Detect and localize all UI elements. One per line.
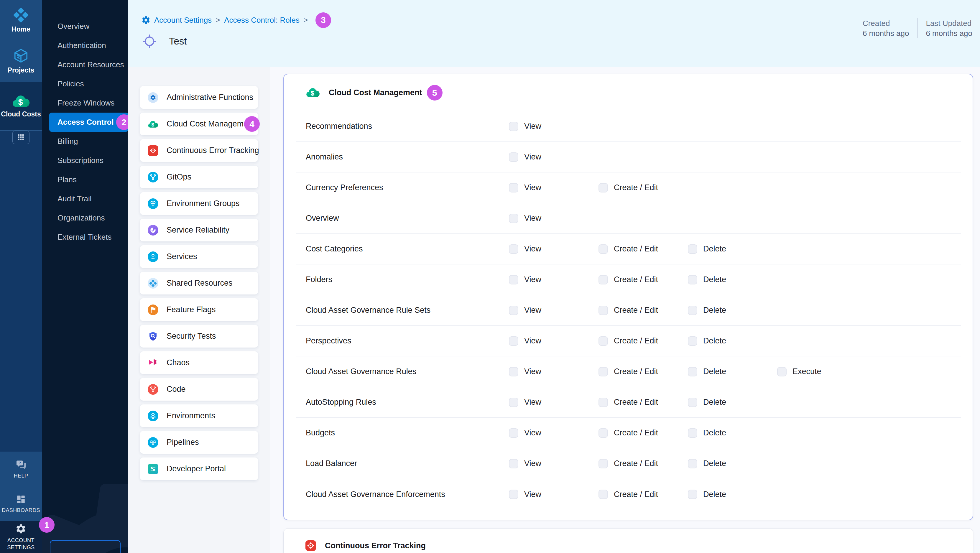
permission-action-label: View <box>524 336 541 345</box>
sidebar-item-cloud-costs[interactable]: $ Cloud Costs <box>0 82 42 130</box>
checkbox-budgets-delete[interactable] <box>688 428 697 438</box>
checkbox-cloud-asset-governance-enforcements-create-edit[interactable] <box>598 489 608 499</box>
module-item-gitops[interactable]: GitOps <box>140 166 258 188</box>
checkbox-cloud-asset-governance-enforcements-view[interactable] <box>509 489 518 499</box>
checkbox-load-balancer-delete[interactable] <box>688 459 697 469</box>
checkbox-perspectives-create-edit[interactable] <box>598 336 608 346</box>
module-item-developer-portal[interactable]: Developer Portal <box>140 458 258 480</box>
settings-nav-item-access-control[interactable]: Access Control2 <box>49 113 128 132</box>
checkbox-cost-categories-view[interactable] <box>509 245 518 254</box>
permission-cell: Create / Edit <box>598 306 688 315</box>
checkbox-cost-categories-delete[interactable] <box>688 245 697 254</box>
resource-label: Overview <box>306 214 509 223</box>
sidebar-item-home[interactable]: Home <box>0 0 42 40</box>
module-grid-button[interactable] <box>13 130 29 144</box>
settings-nav-item-billing[interactable]: Billing <box>42 132 128 151</box>
sidebar-item-dashboards[interactable]: DASHBOARDS <box>0 487 42 521</box>
permission-action-label: Create / Edit <box>614 459 658 468</box>
card-header: $ Cloud Cost Management 5 <box>284 74 973 111</box>
checkbox-budgets-create-edit[interactable] <box>598 428 608 438</box>
checkbox-currency-preferences-view[interactable] <box>509 183 518 192</box>
checkbox-cost-categories-create-edit[interactable] <box>598 245 608 254</box>
checkbox-folders-create-edit[interactable] <box>598 275 608 284</box>
checkbox-perspectives-delete[interactable] <box>688 336 697 346</box>
checkbox-load-balancer-create-edit[interactable] <box>598 459 608 469</box>
checkbox-cloud-asset-governance-rule-sets-create-edit[interactable] <box>598 306 608 315</box>
module-item-label: Continuous Error Tracking <box>167 146 259 155</box>
module-item-label: Developer Portal <box>167 464 226 474</box>
module-item-label: Environments <box>167 411 215 420</box>
module-item-administrative-functions[interactable]: Administrative Functions <box>140 86 258 109</box>
nav-footer-button[interactable] <box>50 540 121 553</box>
sidebar-item-help[interactable]: ? HELP <box>0 451 42 487</box>
svg-text:$: $ <box>151 122 154 128</box>
permission-cell: View <box>509 245 598 254</box>
checkbox-overview-view[interactable] <box>509 214 518 223</box>
module-item-services[interactable]: Services <box>140 245 258 268</box>
annotation-badge-1: 1 <box>39 517 54 533</box>
checkbox-cloud-asset-governance-rules-create-edit[interactable] <box>598 367 608 377</box>
sidebar-item-account-settings[interactable]: ACCOUNTSETTINGS <box>0 521 42 553</box>
settings-nav-item-authentication[interactable]: Authentication <box>42 36 128 55</box>
checkbox-cloud-asset-governance-rule-sets-delete[interactable] <box>688 306 697 315</box>
permission-cell: View <box>509 367 598 377</box>
checkbox-autostopping-rules-view[interactable] <box>509 398 518 407</box>
page-title: Test <box>169 36 187 47</box>
checkbox-folders-delete[interactable] <box>688 275 697 284</box>
module-item-cloud-cost-management[interactable]: $Cloud Cost Management4 <box>140 113 258 135</box>
checkbox-perspectives-view[interactable] <box>509 336 518 346</box>
module-item-service-reliability[interactable]: Service Reliability <box>140 219 258 242</box>
svg-text:$: $ <box>311 89 315 97</box>
settings-nav-item-audit-trail[interactable]: Audit Trail <box>42 189 128 208</box>
checkbox-load-balancer-view[interactable] <box>509 459 518 469</box>
checkbox-budgets-view[interactable] <box>509 428 518 438</box>
module-item-feature-flags[interactable]: Feature Flags <box>140 298 258 321</box>
settings-nav-item-plans[interactable]: Plans <box>42 170 128 189</box>
cloud-dollar-icon: $ <box>148 119 158 129</box>
module-item-environment-groups[interactable]: Environment Groups <box>140 192 258 215</box>
permission-action-label: View <box>524 122 541 131</box>
resource-label: AutoStopping Rules <box>306 398 509 407</box>
module-item-chaos[interactable]: Chaos <box>140 351 258 374</box>
module-item-code[interactable]: Code <box>140 378 258 400</box>
permission-action-label: Delete <box>703 306 726 315</box>
settings-nav-item-external-tickets[interactable]: External Tickets <box>42 227 128 247</box>
checkbox-autostopping-rules-create-edit[interactable] <box>598 398 608 407</box>
module-item-pipelines[interactable]: Pipelines <box>140 431 258 454</box>
module-item-shared-resources[interactable]: Shared Resources <box>140 272 258 294</box>
dashboards-icon <box>16 494 26 504</box>
checkbox-cloud-asset-governance-enforcements-delete[interactable] <box>688 489 697 499</box>
checkbox-anomalies-view[interactable] <box>509 153 518 162</box>
settings-nav-item-policies[interactable]: Policies <box>42 74 128 94</box>
card-title: Continuous Error Tracking <box>325 541 426 550</box>
checkbox-folders-view[interactable] <box>509 275 518 284</box>
module-item-environments[interactable]: Environments <box>140 404 258 427</box>
settings-nav-item-freeze-windows[interactable]: Freeze Windows <box>42 94 128 113</box>
settings-nav-item-account-resources[interactable]: Account Resources <box>42 55 128 74</box>
breadcrumb-link-access-control-roles[interactable]: Access Control: Roles <box>224 16 299 25</box>
sidebar-item-projects[interactable]: Projects <box>0 40 42 82</box>
settings-nav-item-subscriptions[interactable]: Subscriptions <box>42 151 128 170</box>
settings-nav-item-organizations[interactable]: Organizations <box>42 208 128 227</box>
module-item-continuous-error-tracking[interactable]: Continuous Error Tracking <box>140 139 258 162</box>
permission-row-anomalies: AnomaliesView <box>296 142 961 172</box>
checkbox-currency-preferences-create-edit[interactable] <box>598 183 608 192</box>
permission-action-label: Delete <box>703 336 726 345</box>
permission-action-label: View <box>524 459 541 468</box>
checkbox-cloud-asset-governance-rule-sets-view[interactable] <box>509 306 518 315</box>
checkbox-recommendations-view[interactable] <box>509 122 518 131</box>
module-item-security-tests[interactable]: Security Tests <box>140 325 258 348</box>
breadcrumb-link-account-settings[interactable]: Account Settings <box>154 16 212 25</box>
page-header: Account Settings > Access Control: Roles… <box>128 0 980 67</box>
permission-cell: View <box>509 489 598 499</box>
permission-cell: Delete <box>688 306 777 315</box>
permission-action-label: Delete <box>703 245 726 254</box>
permission-cell: View <box>509 153 598 162</box>
sidebar-item-label: Cloud Costs <box>1 110 41 118</box>
checkbox-cloud-asset-governance-rules-delete[interactable] <box>688 367 697 377</box>
checkbox-cloud-asset-governance-rules-execute[interactable] <box>777 367 787 377</box>
checkbox-autostopping-rules-delete[interactable] <box>688 398 697 407</box>
permission-cell: Execute <box>777 367 961 377</box>
settings-nav-item-overview[interactable]: Overview <box>42 17 128 36</box>
checkbox-cloud-asset-governance-rules-view[interactable] <box>509 367 518 377</box>
